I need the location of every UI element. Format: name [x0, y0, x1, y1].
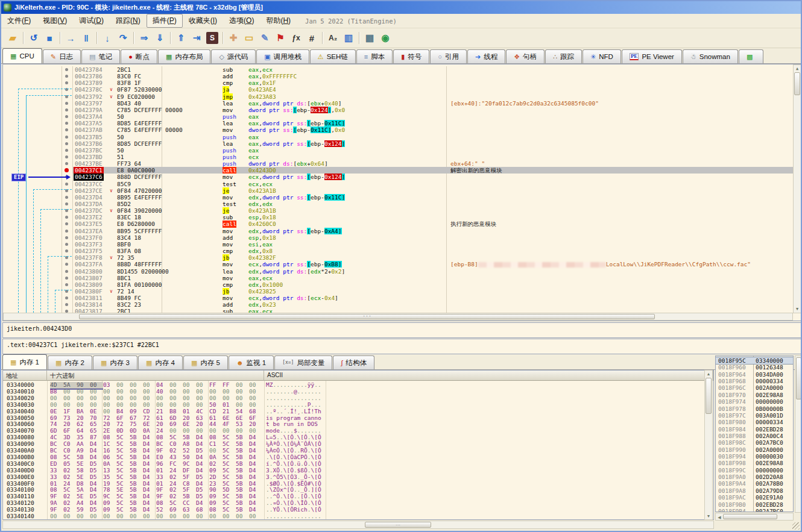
row-dot[interactable] — [65, 155, 68, 158]
disasm-row[interactable]: 004237F083C4 18addesp,0x18 — [62, 234, 794, 241]
scroll-down-arrow[interactable]: ▼ — [705, 514, 712, 518]
patch-icon[interactable]: ✚ — [226, 31, 241, 45]
disasm-row[interactable]: 0042379AC785 DCFEFFFF 00000movdword ptr … — [62, 107, 794, 113]
stack-vscrollbar[interactable] — [795, 355, 802, 513]
row-dot[interactable] — [65, 68, 68, 71]
disasm-vscroll-thumb[interactable] — [794, 72, 800, 95]
stack-row[interactable]: 0018F97C003A001D — [716, 412, 793, 419]
row-dot[interactable] — [65, 222, 68, 225]
stack-row[interactable]: 0018F998002E98A8 — [716, 460, 793, 466]
hash-icon[interactable]: # — [304, 31, 320, 45]
tab-watch1[interactable]: ☻监视 1 — [229, 355, 274, 369]
row-dot[interactable] — [65, 142, 68, 145]
tab-script[interactable]: ≡脚本 — [356, 49, 393, 63]
resize-grip[interactable] — [792, 522, 800, 530]
tab-dump1[interactable]: ▦内存 1 — [2, 354, 47, 369]
row-dot[interactable] — [65, 249, 68, 252]
tab-locals[interactable]: [x=]局部变量 — [274, 355, 332, 369]
run-to-cursor-icon[interactable]: ⇒ — [136, 31, 152, 45]
stack-row[interactable]: 0018F988002A00C4 — [716, 433, 793, 439]
disasm-row[interactable]: 004237EA8B95 5CFFFFFFmovedx,dword ptr ss… — [62, 228, 794, 234]
stack-row[interactable]: 0018F98000000334 — [716, 419, 793, 425]
disasm-row[interactable]: 004237B550pusheax — [62, 134, 794, 140]
disasm-row[interactable]: 0042378983F8 1Fcmpeax,0x1F — [62, 80, 794, 86]
disasm-row[interactable]: 004237B68D85 DCFEFFFFleaeax,dword ptr ss… — [62, 140, 794, 147]
menu-item-view[interactable]: 视图(V) — [37, 14, 73, 28]
row-dot[interactable] — [65, 277, 68, 280]
disasm-row[interactable]: 0042380F∨72 14jb0x423825 — [62, 288, 794, 295]
row-dot[interactable] — [65, 263, 68, 266]
menu-item-help[interactable]: 帮助(H) — [260, 14, 297, 28]
dump-vscroll-thumb[interactable] — [706, 378, 712, 414]
row-dot[interactable] — [65, 230, 68, 233]
stack-hscroll-thumb[interactable] — [723, 514, 777, 519]
stack-row[interactable]: 0018F96C002A0000 — [716, 384, 793, 391]
stack-row[interactable]: 0018F99400000030 — [716, 453, 793, 460]
bookmark-icon[interactable]: ⚑ — [273, 31, 288, 45]
tab-threads[interactable]: ➔线程 — [467, 49, 505, 63]
disasm-row[interactable]: 004237842BC1subeax,ecx — [62, 66, 794, 73]
tab-dump5[interactable]: ▦内存 5 — [183, 355, 228, 369]
step-over-icon[interactable]: ↷ — [115, 31, 131, 45]
disasm-hscrollbar[interactable]: ··· — [3, 313, 793, 321]
disasm-row[interactable]: 004237F583FA 08cmpedx,0x8 — [62, 248, 794, 254]
tab-handles[interactable]: ❖句柄 — [506, 49, 545, 63]
row-dot[interactable] — [65, 108, 68, 111]
tab-seh[interactable]: ⚠SEH链 — [310, 49, 356, 63]
disasm-row[interactable]: 004238118B49 FCmovecx,dword ptr ds:[ecx-… — [62, 295, 794, 301]
stack-row[interactable]: 0018F96000126348 — [716, 364, 793, 371]
open-file-icon[interactable]: ▰ — [5, 31, 21, 45]
tab-source[interactable]: ◇源代码 — [211, 49, 256, 63]
tab-notes[interactable]: ▤笔记 — [81, 49, 120, 63]
restart-icon[interactable]: ↺ — [26, 31, 42, 45]
dump-hscrollbar[interactable]: ··· — [2, 521, 714, 529]
stack-row[interactable]: 0018F9AC002E91A0 — [716, 494, 793, 501]
disasm-row[interactable]: 004237A450pusheax — [62, 113, 794, 120]
tab-trace[interactable]: ∴跟踪 — [545, 49, 582, 63]
menu-item-trace[interactable]: 跟踪(N) — [110, 14, 147, 28]
disasm-row[interactable]: 004237CC85C9testecx,ecx — [62, 181, 794, 187]
disasm-row[interactable]: 004237ABC785 E4FEFFFF 00000movdword ptr … — [62, 127, 794, 133]
tab-dump4[interactable]: ▦内存 4 — [138, 355, 183, 369]
row-dot[interactable] — [65, 216, 68, 219]
dump-vscrollbar[interactable]: ▲ ▼ — [704, 370, 713, 520]
memory-dump-panel[interactable]: 地址十六进制ASCII033400004D5A90000300000004000… — [2, 370, 714, 520]
stack-row[interactable]: 0018F9A4002A78B0 — [716, 480, 793, 487]
tab-call-stack[interactable]: ▣调用堆栈 — [256, 49, 309, 63]
scroll-down-arrow[interactable]: ▼ — [794, 307, 801, 311]
disasm-row[interactable]: 004237FA8B8D 48FFFFFFmovecx,dword ptr ss… — [62, 261, 794, 268]
disasm-row[interactable]: 0042378683C0 FCaddeax,0xFFFFFFFC — [62, 73, 794, 80]
stack-row[interactable]: 0018F96800000334 — [716, 378, 793, 384]
disasm-row[interactable]: 004237BEFF73 64pushdword ptr ds:[ebx+0x6… — [62, 160, 794, 167]
disasm-row[interactable]: 004237F38BF0movesi,eax — [62, 241, 794, 248]
row-dot[interactable] — [65, 196, 68, 199]
dump-hscroll-thumb[interactable]: ··· — [365, 522, 431, 528]
breakpoint-dot[interactable] — [65, 168, 69, 172]
disasm-row[interactable]: 004237BD51pushecx — [62, 154, 794, 160]
modules-icon[interactable]: ▥ — [341, 31, 356, 45]
disasm-row[interactable]: 004237BC50pusheax — [62, 147, 794, 154]
tab-cpu[interactable]: ▦CPU — [2, 48, 42, 63]
disasm-row[interactable]: 004237DA85D2testedx,edx — [62, 201, 794, 207]
stack-hscrollbar[interactable]: ◀ — [715, 513, 794, 521]
stack-row[interactable]: 0018F97400000000 — [716, 398, 793, 405]
row-dot[interactable] — [65, 149, 68, 152]
disasm-row[interactable]: 004237C68B8D DCFEFFFFmovecx,dword ptr ss… — [62, 174, 794, 180]
row-dot[interactable] — [65, 81, 68, 84]
tab-references[interactable]: ○引用 — [430, 49, 467, 63]
dump-header-hex[interactable]: 十六进制 — [47, 371, 264, 381]
dump-header-ascii[interactable]: ASCII — [264, 371, 713, 381]
disasm-row[interactable]: 0042378C∨0F87 52030000ja0x423AE4 — [62, 86, 794, 93]
row-dot[interactable] — [65, 283, 68, 286]
tab-memory-map[interactable]: ▦内存布局 — [158, 49, 210, 63]
run-icon[interactable]: → — [63, 31, 78, 45]
row-dot[interactable] — [65, 296, 68, 299]
stack-row[interactable]: 0018F990002A0000 — [716, 446, 793, 453]
stack-row[interactable]: 0018F9780B00000B — [716, 405, 793, 412]
pause-icon[interactable]: ‖ — [78, 31, 94, 45]
stack-row[interactable]: 0018F9B0002EBD28 — [716, 501, 793, 508]
tab-snowman[interactable]: ☃Snowman — [683, 49, 738, 63]
menu-item-file[interactable]: 文件(F) — [1, 14, 37, 28]
tab-dump3[interactable]: ▦内存 3 — [93, 355, 137, 369]
row-dot[interactable] — [65, 122, 68, 125]
